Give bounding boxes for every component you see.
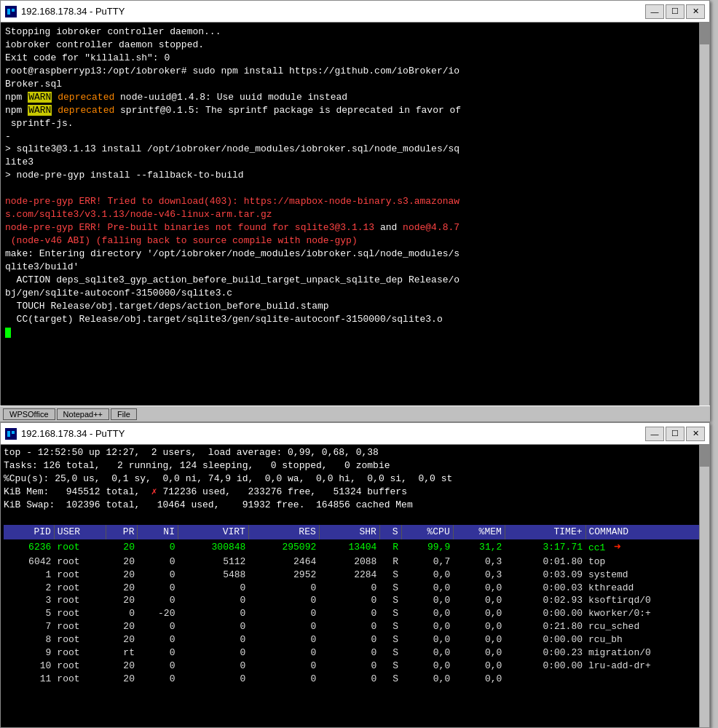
table-cell: 0,0 — [453, 660, 505, 673]
terminal-line-10: > sqlite3@3.1.13 install /opt/iobroker/n… — [5, 143, 705, 156]
table-cell: 20 — [106, 673, 138, 686]
putty-window-2[interactable]: 192.168.178.34 - PuTTY — ☐ ✕ top - 12:52… — [0, 422, 710, 728]
top-blank-line — [4, 512, 706, 525]
terminal-line-16: node-pre-gyp ERR! Pre-built binaries not… — [5, 221, 705, 234]
table-cell: S — [379, 569, 401, 582]
taskbar-item-wps[interactable]: WPSOffice — [3, 408, 55, 420]
terminal-line-9: - — [5, 130, 705, 143]
terminal-line-13 — [5, 182, 705, 195]
table-cell: S — [379, 607, 401, 620]
taskbar-item-notepad[interactable]: Notepad++ — [57, 408, 109, 420]
table-cell: 10 — [4, 660, 54, 673]
restore-btn-1[interactable]: ☐ — [666, 4, 685, 19]
col-res: RES — [248, 525, 319, 539]
table-cell: 0 — [248, 673, 319, 686]
terminal-line-7: npm WARN deprecated sprintf@0.1.5: The s… — [5, 104, 705, 117]
table-cell: 0:00.00 — [505, 633, 585, 646]
top-line-1: top - 12:52:50 up 12:27, 2 users, load a… — [4, 446, 706, 459]
table-cell: root — [54, 607, 106, 620]
table-cell: 0,0 — [401, 646, 453, 660]
table-cell: lru-add-dr+ — [585, 660, 706, 673]
table-cell: 5488 — [178, 569, 248, 582]
scrollbar-2[interactable] — [699, 445, 709, 727]
terminal-line-23: CC(target) Release/obj.target/sqlite3/ge… — [5, 313, 705, 326]
scrollbar-1[interactable] — [699, 23, 709, 420]
table-cell: 0:03.09 — [505, 569, 585, 582]
col-virt: VIRT — [178, 525, 248, 539]
terminal-line-22: TOUCH Release/obj.target/deps/action_bef… — [5, 300, 705, 313]
table-cell: 5112 — [178, 555, 248, 569]
top-line-3: %Cpu(s): 25,0 us, 0,1 sy, 0,0 ni, 74,9 i… — [4, 472, 706, 486]
table-cell: rcu_bh — [585, 633, 706, 646]
taskbar: WPSOffice Notepad++ File — [0, 405, 710, 422]
table-cell: 20 — [106, 660, 138, 673]
col-pid: PID — [4, 525, 54, 539]
table-cell: 99,9 — [401, 539, 453, 555]
table-cell: 0,3 — [453, 569, 505, 582]
table-cell: root — [54, 594, 106, 607]
table-cell: 0 — [106, 607, 138, 620]
col-cpu: %CPU — [401, 525, 453, 539]
top-line-5: KiB Swap: 102396 total, 10464 used, 9193… — [4, 499, 706, 512]
table-cell: 20 — [106, 555, 138, 569]
terminal-line-2: iobroker controller daemon stopped. — [5, 39, 705, 52]
table-cell: rcu_sched — [585, 620, 706, 633]
window-title-1: 192.168.178.34 - PuTTY — [21, 6, 645, 17]
svg-rect-4 — [7, 431, 10, 437]
table-cell: S — [379, 582, 401, 595]
taskbar-item-file[interactable]: File — [111, 408, 137, 420]
table-row: 9rootrt0000S0,00,00:00.23migration/0 — [4, 646, 706, 660]
table-cell: 0:00.23 — [505, 646, 585, 660]
table-cell: kthreadd — [585, 582, 706, 595]
table-cell: 0:01.80 — [505, 555, 585, 569]
table-cell: 0,0 — [453, 646, 505, 660]
table-cell: 0,0 — [453, 673, 505, 686]
table-cell: 0:21.80 — [505, 620, 585, 633]
table-cell: 11 — [4, 673, 54, 686]
close-btn-1[interactable]: ✕ — [686, 4, 705, 19]
terminal-line-12: > node-pre-gyp install --fallback-to-bui… — [5, 169, 705, 182]
table-cell: 3 — [4, 594, 54, 607]
table-cell: 0 — [319, 660, 379, 673]
terminal-line-20: ACTION deps_sqlite3_gyp_action_before_bu… — [5, 274, 705, 287]
table-cell: 0 — [138, 539, 178, 555]
table-cell: 0 — [178, 673, 248, 686]
putty-window-1[interactable]: 192.168.178.34 - PuTTY — ☐ ✕ Stopping io… — [0, 0, 710, 421]
close-btn-2[interactable]: ✕ — [686, 427, 705, 441]
table-cell: 0 — [319, 673, 379, 686]
table-cell: 0 — [138, 673, 178, 686]
terminal-line-17: (node-v46 ABI) (falling back to source c… — [5, 234, 705, 248]
table-cell: 6236 — [4, 539, 54, 555]
terminal-line-5: Broker.sql — [5, 78, 705, 91]
table-row: 11root200000S0,00,0 — [4, 673, 706, 686]
table-cell: migration/0 — [585, 646, 706, 660]
terminal-line-4: root@raspberrypi3:/opt/iobroker# sudo np… — [5, 65, 705, 78]
table-cell: 0,7 — [401, 555, 453, 569]
table-cell: 9 — [4, 646, 54, 660]
scroll-thumb-1[interactable] — [700, 23, 709, 44]
table-row: 5root0-20000S0,00,00:00.00kworker/0:+ — [4, 607, 706, 620]
table-cell: R — [379, 555, 401, 569]
table-cell: 0 — [178, 660, 248, 673]
table-cell: 295092 — [248, 539, 319, 555]
scroll-thumb-2[interactable] — [700, 445, 709, 467]
terminal-line-19: qlite3/build' — [5, 261, 705, 274]
restore-btn-2[interactable]: ☐ — [666, 427, 685, 441]
table-cell: S — [379, 646, 401, 660]
putty-icon-2 — [5, 428, 17, 440]
minimize-btn-2[interactable]: — — [645, 427, 664, 441]
col-ni: NI — [138, 525, 178, 539]
table-cell: S — [379, 673, 401, 686]
minimize-btn-1[interactable]: — — [645, 4, 664, 19]
table-cell: 7 — [4, 620, 54, 633]
table-cell: S — [379, 633, 401, 646]
table-cell: 0 — [248, 646, 319, 660]
table-cell: 20 — [106, 569, 138, 582]
table-cell: 6042 — [4, 555, 54, 569]
table-cell: S — [379, 620, 401, 633]
table-row: 8root200000S0,00,00:00.00rcu_bh — [4, 633, 706, 646]
table-row: 6236root20030084829509213404R99,931,23:1… — [4, 539, 706, 555]
window-title-2: 192.168.178.34 - PuTTY — [21, 428, 645, 439]
svg-rect-3 — [5, 428, 17, 440]
table-cell: 0,0 — [401, 673, 453, 686]
